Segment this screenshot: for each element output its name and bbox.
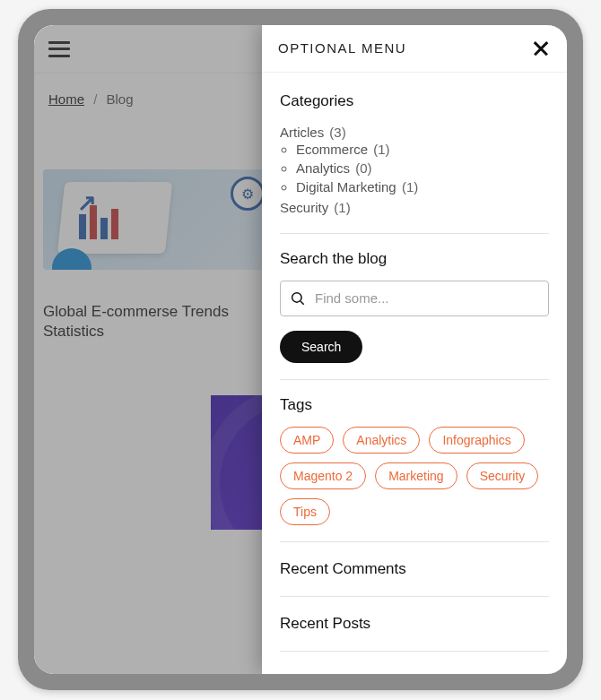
drawer-header: OPTIONAL MENU (262, 25, 567, 73)
category-item[interactable]: Articles (3) Ecommerce (1) Analytics (0) (280, 123, 549, 198)
category-count: (1) (402, 179, 418, 194)
category-count: (3) (329, 125, 345, 140)
category-label: Digital Marketing (296, 179, 396, 194)
svg-line-1 (300, 301, 304, 305)
search-box[interactable] (280, 281, 549, 316)
category-count: (1) (373, 142, 389, 157)
category-item[interactable]: Ecommerce (1) (296, 140, 549, 159)
tag-item[interactable]: Infographics (429, 427, 524, 454)
search-icon (290, 290, 306, 307)
divider (280, 541, 549, 542)
divider (280, 651, 549, 652)
divider (280, 233, 549, 234)
tags-heading: Tags (280, 396, 549, 414)
category-item[interactable]: Analytics (0) (296, 159, 549, 177)
search-heading: Search the blog (280, 250, 549, 268)
side-drawer: OPTIONAL MENU Categories Articles (3) Ec… (262, 25, 567, 674)
tag-item[interactable]: Security (466, 462, 539, 489)
tags-list: AMP Analytics Infographics Magento 2 Mar… (280, 427, 549, 525)
search-input[interactable] (315, 290, 539, 306)
category-label: Ecommerce (296, 142, 368, 157)
recent-comments-heading[interactable]: Recent Comments (280, 558, 549, 580)
category-item[interactable]: Security (1) (280, 198, 549, 217)
tag-item[interactable]: Magento 2 (280, 462, 366, 489)
divider (280, 596, 549, 597)
category-count: (0) (355, 160, 371, 176)
recent-posts-heading[interactable]: Recent Posts (280, 613, 549, 635)
divider (280, 379, 549, 380)
category-label: Security (280, 200, 328, 215)
tag-item[interactable]: Marketing (375, 462, 457, 489)
drawer-title: OPTIONAL MENU (278, 40, 406, 56)
tag-item[interactable]: Tips (280, 498, 330, 525)
drawer-body: Categories Articles (3) Ecommerce (1) An… (262, 73, 567, 674)
tablet-frame: Home / Blog ↗ ⚙ (18, 9, 583, 690)
category-label: Analytics (296, 160, 350, 176)
tag-item[interactable]: Analytics (343, 427, 420, 454)
category-count: (1) (334, 200, 350, 215)
categories-heading: Categories (280, 92, 549, 110)
close-icon[interactable] (531, 39, 551, 58)
search-button[interactable]: Search (280, 331, 362, 363)
screen: Home / Blog ↗ ⚙ (34, 25, 567, 674)
tag-item[interactable]: AMP (280, 427, 334, 454)
category-item[interactable]: Digital Marketing (1) (296, 177, 549, 196)
svg-point-0 (292, 292, 302, 302)
category-label: Articles (280, 125, 324, 140)
categories-list: Articles (3) Ecommerce (1) Analytics (0) (280, 123, 549, 217)
